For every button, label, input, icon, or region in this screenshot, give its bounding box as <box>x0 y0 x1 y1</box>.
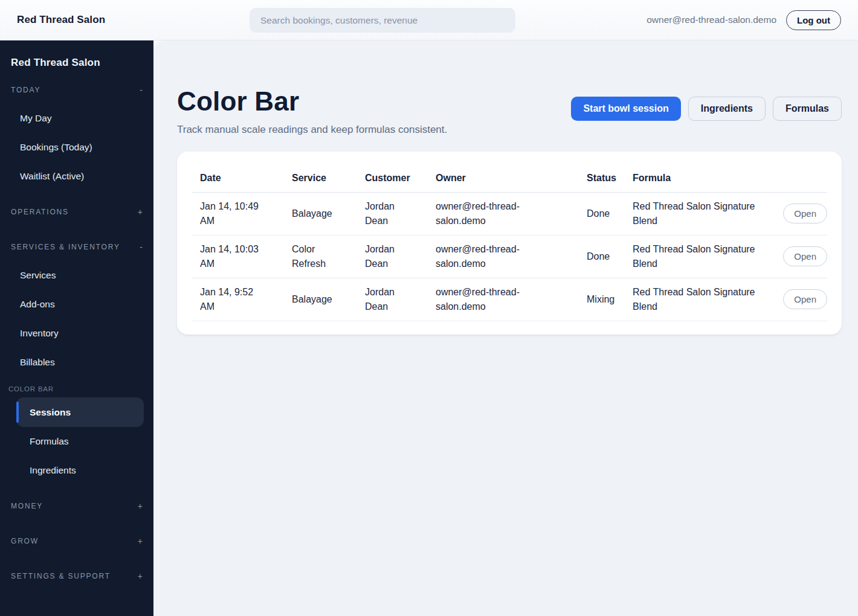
cell-date: Jan 14, 9:52 AM <box>192 278 283 321</box>
app-brand: Red Thread Salon <box>17 14 105 26</box>
collapse-icon: - <box>140 85 143 95</box>
page-title: Color Bar <box>177 86 447 118</box>
sidebar-item-my-day[interactable]: My Day <box>0 104 153 133</box>
cell-owner: owner@red-thread-salon.demo <box>427 235 578 278</box>
sidebar-section-today[interactable]: TODAY- <box>0 76 153 104</box>
sidebar-item-label: Ingredients <box>30 465 76 476</box>
col-header-customer: Customer <box>356 164 427 193</box>
cell-owner: owner@red-thread-salon.demo <box>427 192 578 235</box>
sidebar-section-settings-support[interactable]: SETTINGS & SUPPORT+ <box>0 562 153 590</box>
sidebar-item-add-ons[interactable]: Add-ons <box>0 290 153 319</box>
sidebar-item-inventory[interactable]: Inventory <box>0 319 153 348</box>
sidebar-section-services-inventory[interactable]: SERVICES & INVENTORY- <box>0 233 153 261</box>
sidebar-section-money[interactable]: MONEY+ <box>0 492 153 520</box>
expand-icon: + <box>138 501 143 511</box>
ingredients-button[interactable]: Ingredients <box>688 97 766 121</box>
app-body: Red Thread Salon TODAY-My DayBookings (T… <box>0 40 858 616</box>
sidebar-section-label: GROW <box>11 537 39 545</box>
table-row: Jan 14, 10:49 AMBalayageJordan Deanowner… <box>192 192 827 235</box>
col-header-actions <box>773 164 827 193</box>
cell-date: Jan 14, 10:03 AM <box>192 235 283 278</box>
sidebar-item-label: Formulas <box>30 436 69 447</box>
main-content: Color Bar Track manual scale readings an… <box>153 40 858 616</box>
logout-button[interactable]: Log out <box>786 10 841 30</box>
table-row: Jan 14, 9:52 AMBalayageJordan Deanowner@… <box>192 278 827 321</box>
cell-service: Balayage <box>283 192 356 235</box>
cell-service: Color Refresh <box>283 235 356 278</box>
sidebar-item-sessions[interactable]: Sessions <box>16 397 144 427</box>
cell-customer: Jordan Dean <box>356 278 427 321</box>
cell-status: Done <box>578 235 624 278</box>
sidebar-item-waitlist-active[interactable]: Waitlist (Active) <box>0 162 153 191</box>
cell-status: Mixing <box>578 278 624 321</box>
sidebar: Red Thread Salon TODAY-My DayBookings (T… <box>0 40 153 616</box>
table-body: Jan 14, 10:49 AMBalayageJordan Deanowner… <box>192 192 827 321</box>
open-session-button[interactable]: Open <box>783 246 827 266</box>
sessions-table: Date Service Customer Owner Status Formu… <box>192 164 827 321</box>
cell-action: Open <box>773 235 827 278</box>
sidebar-section-grow[interactable]: GROW+ <box>0 527 153 555</box>
expand-icon: + <box>138 536 143 546</box>
col-header-service: Service <box>283 164 356 193</box>
page-actions: Start bowl session Ingredients Formulas <box>571 97 842 121</box>
col-header-status: Status <box>578 164 624 193</box>
sidebar-subgroup-color-bar: COLOR BAR <box>0 380 153 397</box>
col-header-owner: Owner <box>427 164 578 193</box>
open-session-button[interactable]: Open <box>783 289 827 309</box>
user-email: owner@red-thread-salon.demo <box>647 14 776 25</box>
sidebar-section-label: TODAY <box>11 86 40 94</box>
cell-customer: Jordan Dean <box>356 192 427 235</box>
sidebar-item-label: Sessions <box>30 407 71 418</box>
page-subtitle: Track manual scale readings and keep for… <box>177 124 447 136</box>
cell-service: Balayage <box>283 278 356 321</box>
top-bar-right: owner@red-thread-salon.demo Log out <box>647 10 841 30</box>
open-session-button[interactable]: Open <box>783 204 827 223</box>
cell-owner: owner@red-thread-salon.demo <box>427 278 578 321</box>
sidebar-section-label: OPERATIONS <box>11 208 69 216</box>
cell-status: Done <box>578 192 624 235</box>
table-header-row: Date Service Customer Owner Status Formu… <box>192 164 827 193</box>
expand-icon: + <box>138 571 143 581</box>
sidebar-section-label: SERVICES & INVENTORY <box>11 243 120 251</box>
sidebar-section-label: SETTINGS & SUPPORT <box>11 572 111 580</box>
cell-action: Open <box>773 192 827 235</box>
cell-formula: Red Thread Salon Signature Blend <box>624 278 773 321</box>
page-header: Color Bar Track manual scale readings an… <box>177 86 842 136</box>
search-input[interactable] <box>250 8 515 33</box>
formulas-button[interactable]: Formulas <box>773 97 842 121</box>
active-indicator-bar <box>16 402 19 423</box>
cell-action: Open <box>773 278 827 321</box>
cell-customer: Jordan Dean <box>356 235 427 278</box>
sidebar-item-formulas[interactable]: Formulas <box>0 427 153 456</box>
cell-date: Jan 14, 10:49 AM <box>192 192 283 235</box>
expand-icon: + <box>138 207 143 217</box>
page-header-text: Color Bar Track manual scale readings an… <box>177 86 447 136</box>
sidebar-item-billables[interactable]: Billables <box>0 348 153 377</box>
sidebar-item-ingredients[interactable]: Ingredients <box>0 456 153 485</box>
cell-formula: Red Thread Salon Signature Blend <box>624 192 773 235</box>
table-row: Jan 14, 10:03 AMColor RefreshJordan Dean… <box>192 235 827 278</box>
col-header-date: Date <box>192 164 283 193</box>
top-bar: Red Thread Salon owner@red-thread-salon.… <box>0 0 858 40</box>
sessions-card: Date Service Customer Owner Status Formu… <box>177 152 842 335</box>
sidebar-item-services[interactable]: Services <box>0 261 153 290</box>
cell-formula: Red Thread Salon Signature Blend <box>624 235 773 278</box>
sidebar-section-label: MONEY <box>11 502 43 510</box>
sidebar-title: Red Thread Salon <box>0 40 153 69</box>
sidebar-item-bookings-today[interactable]: Bookings (Today) <box>0 133 153 162</box>
start-bowl-session-button[interactable]: Start bowl session <box>571 97 680 121</box>
col-header-formula: Formula <box>624 164 773 193</box>
collapse-icon: - <box>140 242 143 252</box>
sidebar-nav: TODAY-My DayBookings (Today)Waitlist (Ac… <box>0 76 153 590</box>
sidebar-section-operations[interactable]: OPERATIONS+ <box>0 198 153 226</box>
